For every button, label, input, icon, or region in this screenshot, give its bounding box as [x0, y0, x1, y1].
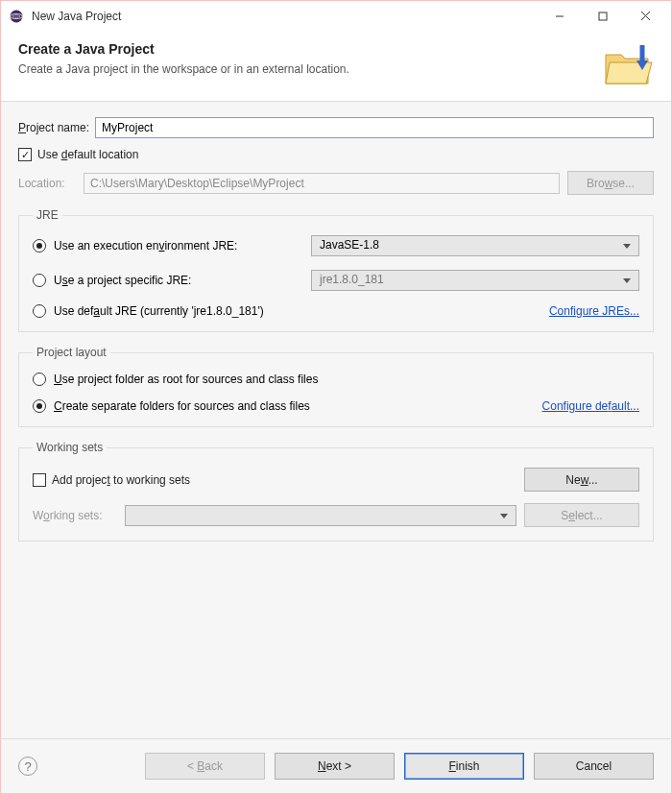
configure-jres-link[interactable]: Configure JREs...	[549, 304, 639, 318]
use-default-location-label: Use default location	[37, 148, 138, 161]
page-description: Create a Java project in the workspace o…	[18, 62, 592, 76]
new-working-set-button[interactable]: New...	[524, 468, 639, 492]
location-input	[84, 173, 560, 194]
minimize-button[interactable]	[538, 2, 581, 31]
svg-point-0	[11, 10, 23, 22]
wizard-content: Project name: Use default location Locat…	[1, 102, 671, 738]
jre-group: JRE Use an execution environment JRE: Ja…	[18, 208, 654, 332]
jre-project-specific-label: Use a project specific JRE:	[54, 274, 191, 287]
maximize-button[interactable]	[581, 2, 624, 31]
layout-root-label: Use project folder as root for sources a…	[54, 373, 318, 386]
wizard-footer: ? < Back Next > Finish Cancel	[1, 738, 671, 793]
jre-legend: JRE	[33, 208, 62, 222]
select-working-sets-button: Select...	[524, 503, 639, 527]
working-sets-select	[125, 505, 516, 526]
jre-execution-env-label: Use an execution environment JRE:	[54, 239, 237, 253]
project-name-input[interactable]	[95, 117, 654, 138]
eclipse-icon	[9, 9, 24, 24]
window-title: New Java Project	[32, 10, 538, 23]
project-layout-group: Project layout Use project folder as roo…	[18, 346, 654, 427]
project-layout-legend: Project layout	[33, 346, 110, 359]
folder-icon	[602, 41, 654, 87]
use-default-location-checkbox[interactable]	[18, 148, 32, 161]
next-button[interactable]: Next >	[275, 753, 395, 780]
wizard-header: Create a Java Project Create a Java proj…	[1, 32, 671, 102]
close-button[interactable]	[624, 2, 667, 31]
cancel-button[interactable]: Cancel	[534, 753, 654, 780]
project-name-label: Project name:	[18, 121, 89, 134]
browse-button: Browse...	[567, 171, 654, 195]
jre-project-specific-radio[interactable]	[33, 274, 46, 287]
title-bar: New Java Project	[1, 1, 671, 32]
location-label: Location:	[18, 177, 78, 190]
working-sets-group: Working sets Add project to working sets…	[18, 441, 654, 541]
layout-separate-label: Create separate folders for sources and …	[54, 399, 310, 413]
jre-default-radio[interactable]	[33, 304, 46, 318]
back-button: < Back	[145, 753, 265, 780]
layout-root-radio[interactable]	[33, 373, 46, 386]
help-icon[interactable]: ?	[18, 757, 37, 776]
working-sets-legend: Working sets	[33, 441, 107, 454]
working-sets-label: Working sets:	[33, 509, 119, 522]
jre-default-label: Use default JRE (currently 'jre1.8.0_181…	[54, 304, 264, 318]
jre-execution-env-select[interactable]: JavaSE-1.8	[311, 235, 639, 256]
svg-rect-4	[599, 12, 607, 20]
jre-execution-env-radio[interactable]	[33, 239, 46, 253]
page-title: Create a Java Project	[18, 41, 592, 57]
add-working-sets-checkbox[interactable]	[33, 473, 46, 487]
jre-project-specific-select: jre1.8.0_181	[311, 270, 639, 291]
add-working-sets-label: Add project to working sets	[52, 473, 190, 487]
finish-button[interactable]: Finish	[404, 753, 524, 780]
layout-separate-radio[interactable]	[33, 399, 46, 413]
configure-default-link[interactable]: Configure default...	[542, 399, 639, 413]
